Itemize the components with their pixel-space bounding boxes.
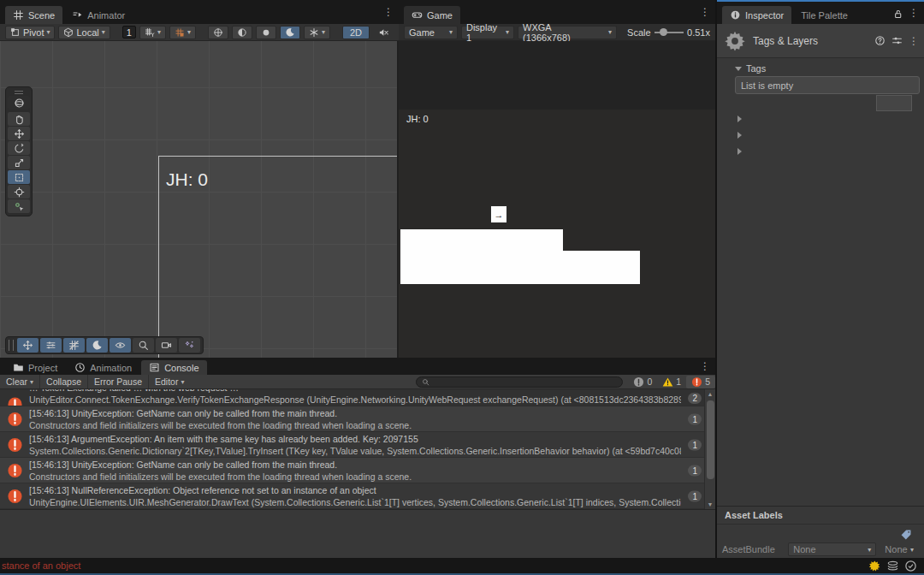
collapsed-foldout[interactable] xyxy=(737,132,742,139)
console-row[interactable]: [15:46:13] ArgumentException: An item wi… xyxy=(0,432,715,458)
stray-dropdown-box[interactable] xyxy=(876,95,912,111)
custom-tool-button[interactable] xyxy=(8,199,30,213)
warning-count-toggle[interactable]: 1 xyxy=(657,376,686,388)
effects-toggle[interactable] xyxy=(280,26,300,39)
label-tag-icon[interactable] xyxy=(900,529,912,541)
lock-icon[interactable] xyxy=(892,9,903,20)
scene-tools-overlay xyxy=(5,86,33,216)
collapsed-foldout[interactable] xyxy=(737,116,742,122)
console-panel: Project Animation Console ⋮ Clear▾ Colla… xyxy=(0,358,715,558)
lighting-toggle[interactable] xyxy=(232,26,252,39)
scale-slider[interactable] xyxy=(654,27,684,39)
hand-tool-icon xyxy=(14,114,25,125)
grid-visibility-dropdown[interactable]: ▾ xyxy=(139,26,166,39)
game-panel-menu-icon[interactable]: ⋮ xyxy=(700,6,710,18)
console-row[interactable]: [15:46:13] NullReferenceException: Objec… xyxy=(0,483,715,509)
visibility-toggle-button[interactable] xyxy=(110,338,131,353)
debug-icon[interactable] xyxy=(868,560,881,572)
rect-tool-button[interactable] xyxy=(8,170,30,184)
effects-dropdown[interactable]: ▾ xyxy=(304,26,330,39)
chevron-right-icon xyxy=(737,148,742,155)
tab-animation[interactable]: Animation xyxy=(67,360,139,375)
editor-dropdown[interactable]: Editor▾ xyxy=(149,375,190,388)
console-row[interactable]: [15:46:13] UnityException: GetName can o… xyxy=(0,406,715,432)
console-log-list: … Token Exchange failed … with the web r… xyxy=(0,389,715,509)
tab-animator[interactable]: Animator xyxy=(64,6,133,24)
inspector-panel-menu-icon[interactable]: ⋮ xyxy=(909,7,919,19)
console-panel-menu-icon[interactable]: ⋮ xyxy=(700,360,710,372)
status-message[interactable]: stance of an object xyxy=(0,560,80,571)
scroll-up-icon[interactable]: ▲ xyxy=(705,391,715,397)
clear-button[interactable]: Clear▾ xyxy=(0,375,40,388)
info-count-toggle[interactable]: 0 xyxy=(628,376,657,388)
move-toggle-button[interactable] xyxy=(17,338,38,353)
error-icon xyxy=(7,411,23,427)
view-tool-button[interactable] xyxy=(8,96,30,110)
log-stacktrace: System.Collections.Generic.Dictionary`2[… xyxy=(29,445,681,457)
handle-rotation-dropdown[interactable]: Local▾ xyxy=(58,26,110,39)
grid-axis-icon xyxy=(145,27,155,38)
moon-toggle-button[interactable] xyxy=(86,338,108,353)
audio-toggle[interactable] xyxy=(256,26,276,39)
tab-scene[interactable]: Scene xyxy=(5,6,62,24)
error-count-toggle[interactable]: 5 xyxy=(686,376,715,388)
grid-paint-toggle-button[interactable] xyxy=(63,338,85,353)
scene-audio-mute-toggle[interactable] xyxy=(373,26,394,39)
unity-editor-window: Scene Animator ⋮ Pivot▾ Local▾ 1 ▾ xyxy=(0,0,924,575)
display-dropdown[interactable]: Display 1▾ xyxy=(461,26,514,39)
hand-tool-button[interactable] xyxy=(8,112,30,126)
transform-tool-button[interactable] xyxy=(8,185,30,199)
game-mode-dropdown[interactable]: Game▾ xyxy=(404,26,458,39)
rotate-tool-button[interactable] xyxy=(8,141,30,155)
search-toggle-button[interactable] xyxy=(133,338,154,353)
assetbundle-variant-dropdown[interactable]: None▾ xyxy=(880,542,919,556)
scene-panel-menu-icon[interactable]: ⋮ xyxy=(383,6,394,18)
move-tool-button[interactable] xyxy=(8,127,30,140)
collapse-button[interactable]: Collapse xyxy=(40,375,88,388)
camera-toggle-button[interactable] xyxy=(156,338,177,353)
activity-check-icon[interactable] xyxy=(904,560,917,572)
scroll-thumb[interactable] xyxy=(707,400,714,479)
overlay-grip[interactable] xyxy=(9,340,14,351)
tab-game[interactable]: Game xyxy=(404,6,460,24)
console-row[interactable]: … Token Exchange failed … with the web r… xyxy=(0,389,715,406)
help-icon[interactable] xyxy=(874,35,886,46)
console-search-input[interactable] xyxy=(416,376,623,388)
error-pause-button[interactable]: Error Pause xyxy=(88,375,149,388)
pivot-dropdown[interactable]: Pivot▾ xyxy=(5,26,55,39)
game-viewport[interactable]: JH: 0 → xyxy=(399,41,715,358)
scroll-down-icon[interactable]: ▼ xyxy=(705,501,715,507)
console-tabbar: Project Animation Console ⋮ xyxy=(0,358,715,375)
tab-console[interactable]: Console xyxy=(141,360,206,375)
gizmos-toggle[interactable] xyxy=(208,26,228,39)
presets-icon[interactable] xyxy=(891,35,903,46)
snap-settings-dropdown[interactable]: ▾ xyxy=(169,26,196,39)
scale-tool-button[interactable] xyxy=(8,156,30,169)
component-menu-icon[interactable]: ⋮ xyxy=(909,35,919,47)
tags-foldout[interactable]: Tags xyxy=(735,63,766,74)
mode-2d-toggle[interactable]: 2D xyxy=(342,26,370,39)
warning-count-icon xyxy=(662,376,673,388)
grid-size-field[interactable]: 1 xyxy=(122,26,136,39)
status-bar[interactable]: stance of an object xyxy=(0,558,924,575)
inspector-panel: Inspector Tile Palette ⋮ Tags & Layers ⋮… xyxy=(715,0,924,558)
particles-toggle-button[interactable] xyxy=(179,338,200,353)
scene-viewport[interactable]: JH: 0 xyxy=(0,41,399,358)
local-icon xyxy=(63,27,74,38)
tab-inspector[interactable]: Inspector xyxy=(722,6,791,24)
levels-toggle-button[interactable] xyxy=(40,338,62,353)
overlay-grip[interactable] xyxy=(8,89,30,95)
collapse-count-badge: 1 xyxy=(688,413,702,424)
resolution-dropdown[interactable]: WXGA (1366x768)▾ xyxy=(518,26,617,39)
log-stacktrace: UnityEngine.UIElements.UIR.MeshGenerator… xyxy=(29,496,681,508)
collapsed-foldout[interactable] xyxy=(737,148,742,155)
tab-tile-palette[interactable]: Tile Palette xyxy=(793,6,856,24)
tab-label: Scene xyxy=(28,10,55,21)
assetbundle-dropdown[interactable]: None▾ xyxy=(788,542,876,556)
console-scrollbar[interactable]: ▲ ▼ xyxy=(704,389,715,509)
game-arrow-button[interactable]: → xyxy=(490,205,507,223)
console-row[interactable]: [15:46:13] UnityException: GetName can o… xyxy=(0,458,715,483)
collapse-count-badge: 1 xyxy=(688,490,702,501)
cache-server-icon[interactable] xyxy=(886,560,899,572)
tab-project[interactable]: Project xyxy=(5,360,65,375)
